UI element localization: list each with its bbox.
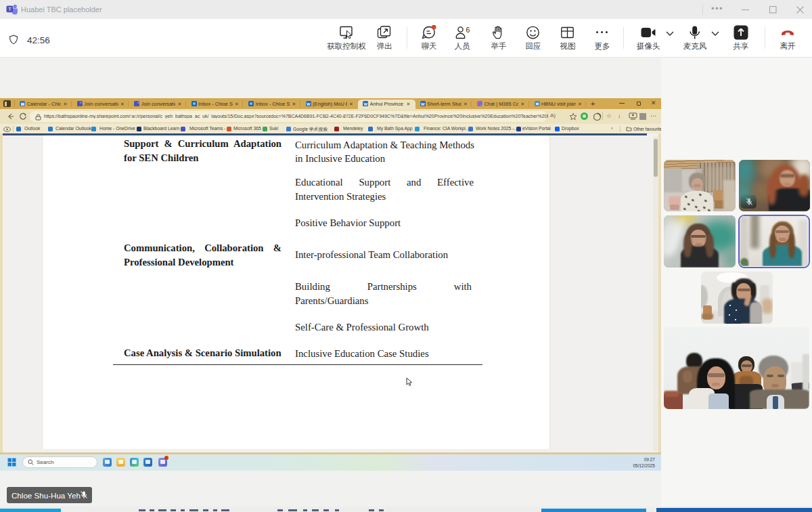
svg-text:T: T <box>8 6 12 12</box>
svg-text:6: 6 <box>466 26 470 34</box>
